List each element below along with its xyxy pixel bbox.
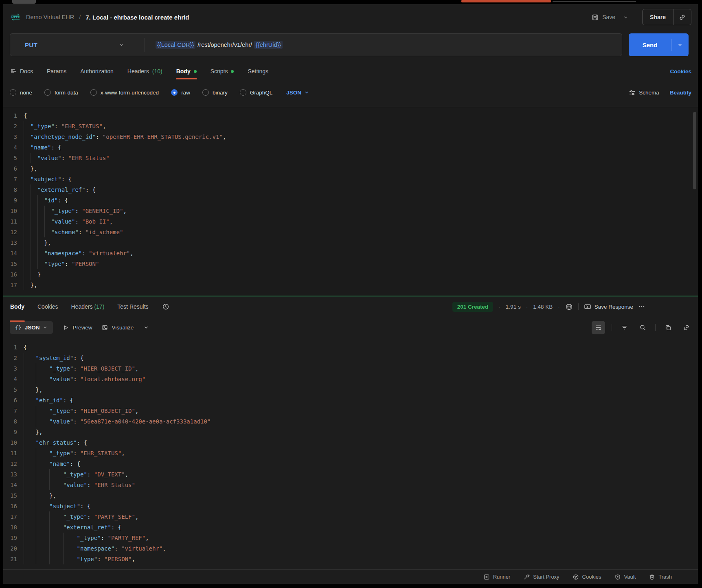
code-text: "_type": "PARTY_SELF", [24, 511, 138, 522]
share-button[interactable]: Share [643, 14, 673, 20]
beautify-button[interactable]: Beautify [670, 90, 691, 96]
copy-link-icon[interactable] [673, 14, 691, 21]
indent-guide [36, 501, 50, 511]
filter-icon[interactable] [619, 322, 630, 333]
tab-label: Headers [71, 303, 93, 310]
tab-settings[interactable]: Settings [247, 62, 269, 81]
token: : [73, 365, 80, 372]
statusbar-runner[interactable]: Runner [483, 574, 511, 580]
tab-headers[interactable]: Headers(10) [127, 62, 163, 81]
response-body-viewer[interactable]: 1{2"system_id": {3"_type": "HIER_OBJECT_… [3, 338, 698, 564]
body-mode-binary[interactable]: binary [202, 89, 228, 96]
indent-guide [36, 533, 50, 543]
code-text: "_type": "DV_TEXT", [24, 469, 128, 480]
token: "_type" [51, 208, 75, 214]
code-line: 6"ehr_id": { [3, 395, 698, 406]
method-selector[interactable]: PUT [10, 42, 145, 48]
url-variable-ehruid[interactable]: {{ehrUid}} [254, 41, 283, 49]
indent-guide [24, 554, 36, 564]
indent-guide [37, 237, 44, 248]
code-line: 8"external_ref": { [3, 184, 698, 195]
tab-authorization[interactable]: Authorization [80, 62, 114, 81]
visualize-button[interactable]: Visualize [102, 325, 134, 331]
tab-params[interactable]: Params [46, 62, 67, 81]
request-tabs-row: DocsParamsAuthorizationHeaders(10)BodySc… [3, 61, 698, 81]
body-mode-x-www-form-urlencoded[interactable]: x-www-form-urlencoded [90, 89, 159, 96]
tab-label: Body [10, 303, 24, 310]
token: : [55, 123, 61, 129]
line-number: 13 [3, 469, 24, 480]
token: "EHR_STATUS" [61, 123, 103, 129]
indent-guide [24, 406, 36, 416]
body-mode-form-data[interactable]: form-data [44, 89, 78, 96]
send-button[interactable]: Send [629, 33, 689, 56]
request-body-editor[interactable]: 1{2"_type": "EHR_STATUS",3"archetype_nod… [3, 107, 698, 296]
line-number: 17 [3, 280, 24, 290]
response-tab-headers[interactable]: Headers (17) [71, 297, 105, 316]
collection-name[interactable]: Demo Virtual EHR [26, 14, 74, 20]
token: "PARTY_REF" [107, 535, 145, 541]
url-variable-host[interactable]: {{Local-CDR}} [156, 41, 195, 49]
tab-scripts[interactable]: Scripts [210, 62, 235, 81]
trash-icon [649, 574, 655, 580]
request-title[interactable]: 7. Local - ehrbase local create ehrid [86, 14, 189, 21]
response-size[interactable]: 1.48 KB [533, 304, 553, 310]
token: : [73, 376, 80, 382]
token: "id" [44, 197, 58, 204]
raw-language-dropdown[interactable]: JSON [286, 90, 309, 96]
statusbar-start-proxy[interactable]: Start Proxy [523, 574, 559, 580]
more-options-icon[interactable] [638, 303, 645, 310]
save-chevron-down-icon[interactable] [623, 15, 628, 20]
tab-body[interactable]: Body [176, 62, 197, 81]
indent-guide [37, 259, 44, 269]
status-badge[interactable]: 201 Created [452, 302, 494, 312]
response-time[interactable]: 1.91 s [506, 304, 521, 310]
network-globe-icon[interactable] [565, 303, 573, 311]
code-text: } [24, 269, 41, 280]
response-tab-cookies[interactable]: Cookies [37, 297, 59, 316]
cookies-link[interactable]: Cookies [670, 68, 691, 75]
code-line: 15"type": "PERSON" [3, 259, 698, 269]
indent-guide [24, 448, 36, 459]
body-mode-raw[interactable]: raw [171, 89, 190, 96]
save-response-button[interactable]: Save Response [584, 303, 633, 310]
copy-icon[interactable] [662, 322, 674, 333]
token: , [135, 513, 138, 520]
tab-label: Docs [20, 68, 33, 75]
link-icon[interactable] [680, 322, 692, 333]
token: "type" [77, 556, 98, 562]
wrap-text-icon[interactable] [592, 321, 605, 334]
response-history-icon[interactable] [162, 303, 169, 310]
save-button[interactable]: Save [588, 11, 632, 24]
body-mode-row: noneform-datax-www-form-urlencodedrawbin… [3, 81, 698, 103]
indent-guide [24, 184, 31, 195]
line-number: 9 [3, 427, 24, 437]
body-mode-GraphQL[interactable]: GraphQL [240, 89, 273, 96]
tab-label: Test Results [117, 303, 148, 310]
response-tab-test-results[interactable]: Test Results [117, 297, 149, 316]
indent-guide [37, 206, 44, 216]
search-icon[interactable] [637, 322, 649, 333]
token: , [125, 471, 128, 478]
statusbar-cookies[interactable]: Cookies [573, 574, 601, 580]
divider [578, 303, 579, 310]
view-options-chevron-icon[interactable] [143, 325, 149, 330]
response-format-dropdown[interactable]: {} JSON [10, 321, 53, 334]
editor-scrollbar[interactable] [693, 112, 696, 189]
statusbar-trash[interactable]: Trash [649, 574, 672, 580]
mode-label: GraphQL [250, 90, 273, 96]
indent-guide [37, 248, 44, 259]
code-line: 12"scheme": "id_scheme" [3, 227, 698, 237]
preview-button[interactable]: Preview [63, 325, 92, 331]
save-response-label: Save Response [595, 304, 633, 310]
send-options-chevron-icon[interactable] [671, 42, 689, 48]
url-input[interactable]: {{Local-CDR}} /rest/openehr/v1/ehr/ {{eh… [145, 41, 283, 49]
code-line: 11"value": "Bob II", [3, 216, 698, 227]
indent-guide [24, 395, 36, 406]
body-mode-none[interactable]: none [10, 89, 32, 96]
statusbar-vault[interactable]: Vault [614, 574, 636, 580]
tab-docs[interactable]: Docs [10, 62, 33, 81]
schema-button[interactable]: Schema [629, 89, 659, 96]
code-line: 8"value": "56ea871e-a040-420e-ae0a-acf33… [3, 416, 698, 427]
response-tab-body[interactable]: Body [10, 297, 25, 316]
